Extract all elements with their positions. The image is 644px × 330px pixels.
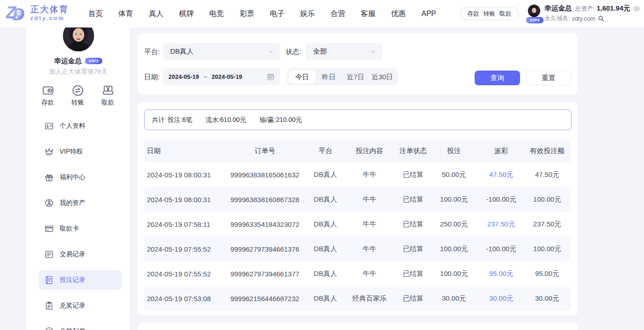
date-from: 2024-05-19 [168,73,199,80]
brand-logo[interactable]: Z D 正大体育 zdty.com [6,2,69,23]
profile-name-row: 幸运金总 VIP3 [27,57,130,65]
nav-item-slots[interactable]: 电子 [270,9,285,19]
cell-payout: 95.00元 [479,270,523,278]
sidebar-item-welfare[interactable]: 福利中心 [39,167,122,187]
platform-select-value: DB真人 [170,47,194,56]
quick-actions: 存款 转账 取款 [27,84,130,107]
nav-item-promo[interactable]: 优惠 [391,9,406,19]
column-header-payout: 派彩 [479,147,523,155]
range-tab-today[interactable]: 今日 [289,70,315,83]
range-tab-yesterday[interactable]: 昨日 [315,70,342,83]
nav-item-live[interactable]: 真人 [149,9,163,19]
status-select-value: 全部 [313,47,327,56]
table-row[interactable]: 2024-05-19 07:58:11 999963354184323072 D… [144,212,571,236]
nav-item-lottery[interactable]: 彩票 [240,9,254,19]
range-tab-last30days[interactable]: 近30日 [369,70,396,83]
summary-turnover-label: 流水: [206,116,220,123]
sidebar-item-vip[interactable]: VIP特权 [39,142,122,162]
chevron-down-icon [370,49,376,55]
header-withdraw-link[interactable]: 取款 [499,10,511,18]
sidebar-item-profile[interactable]: 个人资料 [39,116,122,136]
quick-action-transfer[interactable]: 转账 [67,84,90,107]
crown-icon [45,147,54,157]
cell-order: 999963838165061632 [220,171,309,179]
interest-icon [45,326,54,330]
cell-platform: DB真人 [309,270,342,278]
crown-icon [45,147,54,157]
date-separator: ~ [204,73,207,80]
assets-icon [45,198,54,208]
date-range-input[interactable]: 2024-05-19 ~ 2024-05-19 [163,68,280,85]
logo-zd-mark: Z D [6,2,28,23]
user-name: 幸运金总 [544,4,572,13]
chevron-down-icon [268,49,274,55]
sidebar-item-interest[interactable]: 余额利息 [39,321,122,330]
cell-status: 已结算 [398,294,429,303]
nav-item-app[interactable]: APP [421,10,436,18]
cell-date: 2024-05-19 07:53:08 [144,295,220,302]
redeem-icon [45,301,54,311]
quick-action-deposit[interactable]: 存款 [36,84,59,107]
query-button[interactable]: 查询 [475,71,520,85]
quick-action-label: 存款 [36,99,59,107]
table-row[interactable]: 2024-05-19 08:00:31 999963838165061632 D… [144,162,571,187]
logo-zd-icon: Z D [6,2,28,23]
cell-content: 牛牛 [342,195,398,204]
table-row[interactable]: 2024-05-19 07:53:08 999962156446687232 D… [144,286,571,311]
header-deposit-link[interactable]: 存款 [467,10,479,18]
cell-date: 2024-05-19 07:55:52 [144,245,220,253]
sidebar-item-transactions[interactable]: 交易记录 [39,244,122,264]
cell-content: 经典百家乐 [342,294,398,303]
cell-valid: 100.00元 [523,195,571,204]
reset-button[interactable]: 重置 [526,71,571,85]
sidebar-item-bet-records[interactable]: 投注记录 [39,270,122,290]
nav-item-entertainment[interactable]: 娱乐 [300,9,315,19]
main-content: 平台: DB真人 状态: 全部 日期: 2024-05-19 ~ 2024-05… [138,33,578,315]
platform-select[interactable]: DB真人 [163,43,280,60]
nav-item-partner[interactable]: 合营 [330,9,345,19]
user-avatar[interactable] [528,5,540,17]
sidebar-item-redeem-records[interactable]: 兑奖记录 [39,296,122,316]
cell-platform: DB真人 [309,220,342,229]
avatar-portrait [528,5,540,17]
summary-turnover-value: 610.00元 [220,116,246,123]
header-transfer-link[interactable]: 转账 [483,10,495,18]
cell-order: 999963354184323072 [220,220,309,228]
sidebar-item-label: 福利中心 [60,173,85,182]
table-header-row: 日期 订单号 平台 投注内容 注单状态 投注 派彩 有效投注额 [144,139,571,162]
table-row[interactable]: 2024-05-19 07:55:52 999962797394661376 D… [144,236,571,261]
nav-item-esports[interactable]: 电竞 [209,9,224,19]
column-header-bet: 投注 [429,147,479,155]
status-select[interactable]: 全部 [306,43,382,60]
nav-item-service[interactable]: 客服 [361,9,375,19]
summary-winloss-value: 210.00元 [276,116,302,123]
nav-item-chess[interactable]: 棋牌 [179,9,194,19]
quick-action-withdraw[interactable]: 取款 [96,84,119,107]
header-user-block[interactable]: VIP3 幸运金总 总资产: 1,601.94元 永久域名: zdty.com [528,4,640,22]
search-button[interactable] [598,15,605,22]
sidebar-item-assets[interactable]: 我的资产 [39,193,122,213]
cell-platform: DB真人 [309,195,342,204]
nav-item-home[interactable]: 首页 [88,9,103,19]
table-row[interactable]: 2024-05-19 08:00:31 999963838160867328 D… [144,187,571,212]
deposit-wallet-icon [42,84,54,97]
toggle-assets-visibility[interactable] [633,5,640,12]
cell-order: 999963838160867328 [220,196,309,204]
sidebar-item-withdraw-card[interactable]: 取款卡 [39,219,122,239]
cell-valid: 237.50元 [523,220,571,229]
platform-label: 平台: [144,43,160,60]
records-card: 共计 投注:6笔 流水:610.00元 输/赢:210.00元 日期 订单号 平… [138,103,578,315]
cell-payout: 47.50元 [479,170,523,179]
table-row[interactable]: 2024-05-19 07:55:52 999962797394661377 D… [144,261,571,286]
range-tab-last7days[interactable]: 近7日 [342,70,369,83]
cell-date: 2024-05-19 08:00:31 [144,196,220,204]
nav-item-sports[interactable]: 体育 [118,9,133,19]
column-header-valid: 有效投注额 [523,147,571,155]
top-bar: Z D 正大体育 zdty.com 首页 体育 真人 棋牌 电竞 彩票 电子 娱… [0,0,644,28]
column-header-platform: 平台 [309,147,342,155]
gift-icon [45,172,54,182]
summary-prefix: 共计 [152,116,165,124]
eye-icon [633,5,640,12]
cell-content: 牛牛 [342,245,398,253]
domain-value: zdty.com [572,15,595,22]
